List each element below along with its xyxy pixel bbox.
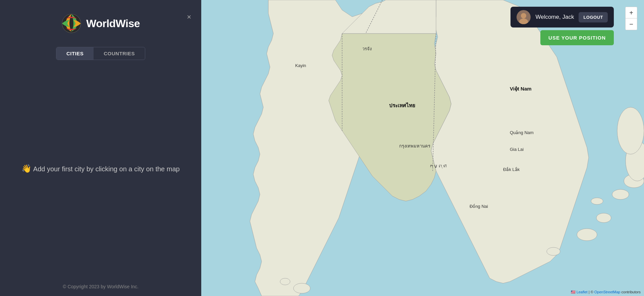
island-10: [617, 107, 644, 154]
zoom-out-button[interactable]: −: [626, 18, 637, 30]
island-2: [280, 278, 290, 285]
map-label-dak-lak: Đắk Lắk: [503, 167, 520, 172]
logout-button[interactable]: LOGOUT: [579, 12, 608, 22]
use-position-button[interactable]: USE YOUR POSITION: [540, 30, 614, 45]
map-label-thailand: ประเทศไทย: [389, 102, 415, 108]
map-area[interactable]: ประเทศไทย Việt Nam กรุงเทพมหานคร កម្ពុជា…: [201, 0, 644, 296]
island-7: [612, 189, 629, 199]
attribution-separator: | ©: [589, 290, 594, 294]
empty-message-text: 👋 Add your first city by clicking on a c…: [21, 163, 179, 175]
sidebar: WorldWise × CITIES COUNTRIES 👋 Add your …: [0, 0, 201, 296]
map-attribution: 🇱🇷 Leaflet | © OpenStreetMap contributor…: [571, 290, 641, 294]
map-label-dong-nai: Đồng Nai: [470, 204, 488, 209]
sidebar-footer: © Copyright 2023 by WorldWise Inc.: [0, 277, 201, 296]
attribution-flag: 🇱🇷: [571, 290, 576, 294]
nav-tabs: CITIES COUNTRIES: [56, 47, 145, 60]
leaflet-link[interactable]: Leaflet: [577, 290, 588, 294]
map-label-gia-lai: Gia Lai: [510, 147, 524, 152]
map-label-cambodia: កម្ពុជា: [429, 164, 447, 169]
map-label-vietnam: Việt Nam: [510, 86, 532, 92]
wave-emoji: 👋: [21, 164, 32, 173]
empty-message-container: 👋 Add your first city by clicking on a c…: [1, 60, 200, 277]
welcome-text: Welcome, Jack: [535, 14, 574, 20]
island-6: [591, 198, 603, 204]
map-label-bangkok: กรุงเทพมหานคร: [399, 143, 430, 149]
zoom-controls: + −: [625, 7, 637, 30]
avatar: [517, 10, 531, 24]
avatar-image: [517, 10, 531, 24]
island-3: [547, 247, 560, 255]
logo-icon: [61, 13, 82, 34]
app-title: WorldWise: [86, 17, 140, 30]
tab-countries[interactable]: COUNTRIES: [94, 47, 145, 60]
map-label-quang-nam: Quảng Nam: [510, 130, 534, 135]
svg-point-3: [521, 13, 526, 18]
empty-message-body: Add your first city by clicking on a cit…: [32, 165, 179, 173]
island-1: [293, 283, 310, 293]
copyright-text: © Copyright 2023 by WorldWise Inc.: [63, 284, 139, 289]
user-bar: Welcome, Jack LOGOUT: [511, 7, 614, 27]
map-label-laos: วรจัง: [362, 46, 372, 51]
tab-cities[interactable]: CITIES: [56, 47, 94, 60]
logo-container: WorldWise: [61, 13, 140, 34]
zoom-in-button[interactable]: +: [626, 7, 637, 18]
map-label-myanmar: Kayin: [295, 63, 306, 68]
island-5: [596, 213, 611, 223]
attribution-contributors-text: contributors: [622, 290, 641, 294]
osm-link[interactable]: OpenStreetMap: [594, 290, 621, 294]
close-button[interactable]: ×: [187, 13, 191, 21]
island-4: [577, 229, 597, 241]
sidebar-header: WorldWise ×: [0, 0, 201, 44]
